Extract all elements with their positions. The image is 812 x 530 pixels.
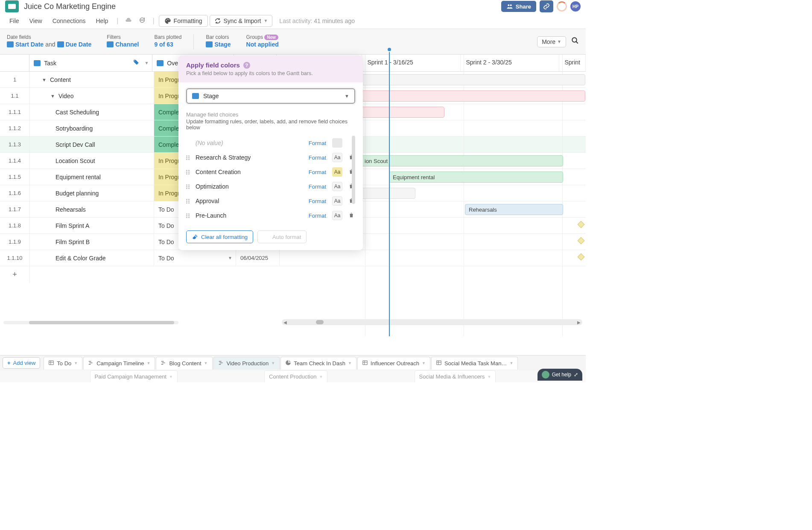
add-row-button[interactable]: +: [0, 266, 30, 282]
task-cell[interactable]: Rehearsals: [30, 201, 154, 217]
drag-handle-icon[interactable]: [186, 213, 192, 218]
chevron-down-icon[interactable]: ▼: [487, 375, 491, 379]
color-swatch[interactable]: Aa: [332, 196, 342, 206]
color-swatch[interactable]: Aa: [332, 182, 342, 191]
expand-caret-icon[interactable]: ▼: [42, 77, 47, 82]
choice-label[interactable]: Pre-Launch: [196, 212, 305, 219]
view-tab[interactable]: Video Production▼: [213, 357, 280, 370]
clear-formatting-button[interactable]: Clear all formatting: [186, 230, 253, 243]
color-swatch[interactable]: Aa: [332, 153, 342, 162]
view-tab[interactable]: Content Production▼: [264, 370, 327, 382]
field-select-dropdown[interactable]: Stage ▼: [186, 88, 355, 104]
sync-import-button[interactable]: Sync & Import ▼: [210, 15, 273, 27]
format-link[interactable]: Format: [309, 198, 326, 204]
view-tab[interactable]: Blog Content▼: [156, 357, 212, 370]
drag-handle-icon[interactable]: [186, 184, 192, 189]
task-cell[interactable]: Equipment rental: [30, 169, 154, 185]
chevron-down-icon[interactable]: ▼: [169, 375, 173, 379]
task-name: Film Sprint B: [55, 239, 90, 245]
format-link[interactable]: Format: [309, 140, 326, 146]
task-cell[interactable]: Film Sprint A: [30, 218, 154, 233]
formatting-button[interactable]: Formatting: [159, 15, 208, 27]
task-cell[interactable]: ▼ Content: [30, 72, 154, 87]
filter-bar-colors[interactable]: Bar colors Stage: [206, 34, 231, 50]
choice-scrollbar[interactable]: [352, 136, 355, 204]
drag-handle-icon[interactable]: [186, 155, 192, 160]
date-cell[interactable]: 06/04/2025: [236, 250, 280, 266]
chevron-down-icon[interactable]: ▼: [271, 361, 275, 365]
color-swatch[interactable]: Aa: [332, 167, 342, 177]
user-avatar[interactable]: HP: [570, 1, 581, 12]
gantt-bar[interactable]: ion Scout: [361, 155, 563, 166]
menu-file[interactable]: File: [5, 16, 23, 26]
get-help-button[interactable]: Get help ⤢: [537, 369, 582, 381]
task-cell[interactable]: Sotryboarding: [30, 120, 154, 136]
gantt-bar[interactable]: [361, 188, 415, 199]
share-button[interactable]: Share: [501, 1, 536, 12]
chevron-down-icon[interactable]: ▼: [147, 361, 151, 365]
view-tab[interactable]: Influencer Outreach▼: [357, 357, 430, 370]
gantt-bar[interactable]: Rehearsals: [465, 204, 563, 215]
menu-connections[interactable]: Connections: [48, 16, 90, 26]
format-link[interactable]: Format: [309, 169, 326, 175]
gantt-h-scrollbar[interactable]: ◀ ▶: [282, 319, 582, 325]
view-tabs: + Add view To Do▼Campaign Timeline▼Blog …: [0, 355, 586, 370]
gantt-bar[interactable]: Equipment rental: [389, 172, 563, 183]
chevron-down-icon[interactable]: ▼: [319, 375, 323, 379]
drag-handle-icon[interactable]: [186, 170, 192, 175]
chevron-down-icon[interactable]: ▼: [509, 361, 513, 365]
choice-label[interactable]: Research & Strategy: [196, 154, 305, 161]
task-cell[interactable]: Location Scout: [30, 153, 154, 169]
chevron-down-icon[interactable]: ▼: [144, 61, 149, 65]
view-tab[interactable]: Team Check In Dash▼: [280, 357, 356, 370]
task-cell[interactable]: Budget planning: [30, 185, 154, 201]
help-icon[interactable]: ?: [243, 62, 250, 69]
table-row[interactable]: 1.1.10 Edit & Color Grade To Do ▼ 06/04/…: [0, 250, 586, 266]
task-cell[interactable]: Script Dev Call: [30, 137, 154, 152]
col-task-header[interactable]: Task ▼: [29, 55, 152, 71]
choice-label[interactable]: Content Creation: [196, 169, 305, 175]
comments-icon[interactable]: [136, 17, 148, 25]
task-cell[interactable]: ▼ Video: [30, 88, 154, 104]
filter-groups[interactable]: Groups New Not applied: [246, 34, 279, 50]
format-link[interactable]: Format: [309, 183, 326, 190]
trash-icon[interactable]: [348, 212, 355, 219]
chevron-down-icon[interactable]: ▼: [348, 361, 352, 365]
filter-date-fields[interactable]: Date fields Start Date and Due Date: [7, 34, 91, 50]
view-tab[interactable]: To Do▼: [44, 357, 82, 370]
chevron-down-icon[interactable]: ▼: [422, 361, 426, 365]
app-logo[interactable]: [5, 0, 19, 12]
view-tab[interactable]: Paid Campaign Management▼: [90, 370, 178, 382]
color-swatch[interactable]: Aa: [332, 211, 342, 220]
expand-caret-icon[interactable]: ▼: [50, 93, 55, 99]
task-cell[interactable]: Edit & Color Grade: [30, 250, 154, 266]
menu-view[interactable]: View: [25, 16, 47, 26]
search-icon[interactable]: [571, 37, 579, 47]
chevron-down-icon[interactable]: ▼: [74, 361, 78, 365]
copy-link-button[interactable]: [540, 0, 553, 12]
tag-icon[interactable]: [133, 59, 139, 67]
status-cell[interactable]: To Do ▼: [154, 250, 236, 266]
view-tab[interactable]: Social Media & Influencers▼: [415, 370, 496, 382]
color-swatch[interactable]: [332, 138, 342, 148]
cloud-icon[interactable]: [123, 17, 134, 25]
more-button[interactable]: More ▼: [537, 36, 566, 47]
task-cell[interactable]: Cast Scheduling: [30, 104, 154, 120]
filter-filters[interactable]: Filters Channel: [107, 34, 139, 50]
choice-label[interactable]: Approval: [196, 198, 305, 204]
format-link[interactable]: Format: [309, 213, 326, 219]
chevron-down-icon[interactable]: ▼: [204, 361, 208, 365]
table-h-scrollbar[interactable]: [3, 321, 178, 325]
doc-title[interactable]: Juice Co Marketing Engine: [24, 2, 116, 11]
format-link[interactable]: Format: [309, 154, 326, 161]
filter-bars-plotted[interactable]: Bars plotted 9 of 63: [154, 34, 181, 50]
scroll-left-icon[interactable]: ◀: [282, 320, 289, 325]
menu-help[interactable]: Help: [91, 16, 112, 26]
task-cell[interactable]: Film Sprint B: [30, 234, 154, 250]
drag-handle-icon[interactable]: [186, 199, 192, 204]
add-view-button[interactable]: + Add view: [3, 357, 40, 369]
scroll-right-icon[interactable]: ▶: [575, 320, 582, 325]
choice-label[interactable]: Optimization: [196, 183, 305, 190]
view-tab[interactable]: Campaign Timeline▼: [83, 357, 155, 370]
view-tab[interactable]: Social Media Task Man…▼: [431, 357, 518, 370]
